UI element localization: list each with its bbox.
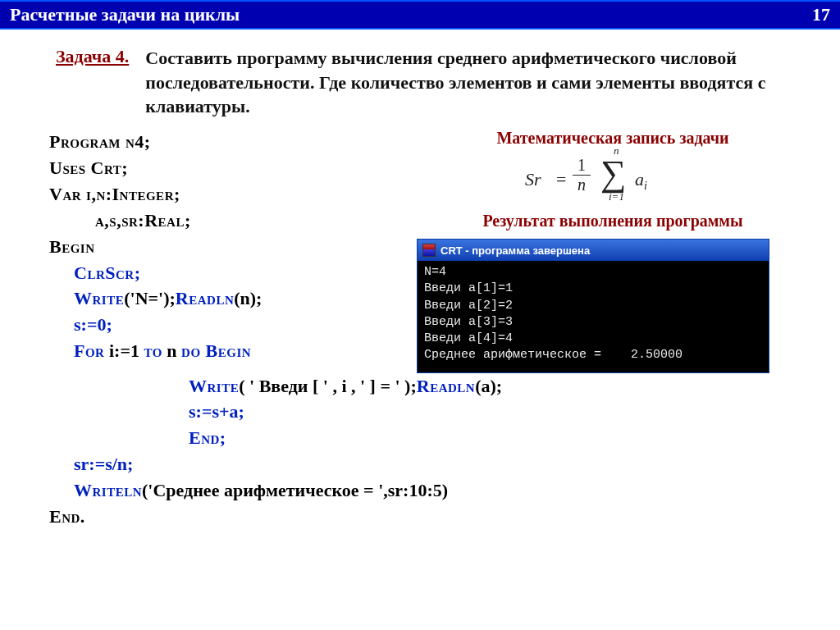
console-titlebar: CRT - программа завершена	[418, 240, 769, 261]
sigma-icon: ∑	[600, 153, 626, 194]
code-line: End;	[49, 425, 815, 451]
code-line: Var i,n:Integer;	[49, 184, 180, 204]
console-title-text: CRT - программа завершена	[441, 244, 590, 257]
code-line: Write('N=');Readln(n);	[49, 285, 410, 312]
code-line: Program n4;	[49, 131, 151, 152]
task-row: Задача 4. Составить программу вычисления…	[49, 46, 815, 119]
formula: Sr = 1 n n ∑ i=1 ai	[410, 149, 815, 207]
code-line: Writeln('Среднее арифметическое = ',sr:1…	[49, 477, 815, 504]
code-line: Write( ' Введи [ ' , i , ' ] = ' );Readl…	[49, 373, 815, 399]
result-label: Результат выполнения программы	[410, 212, 815, 231]
code-line: Begin	[49, 236, 95, 257]
slide-title: Расчетные задачи на циклы	[10, 4, 240, 25]
pascal-code: Program n4; Uses Crt; Var i,n:Integer; a…	[49, 129, 410, 364]
slide-number: 17	[812, 4, 830, 25]
fraction: 1 n	[573, 156, 591, 194]
slide-content: Задача 4. Составить программу вычисления…	[0, 30, 840, 530]
pascal-code-lower: Write( ' Введи [ ' , i , ' ] = ' );Readl…	[49, 373, 815, 530]
math-notation-label: Математическая запись задачи	[410, 129, 815, 148]
console-output: N=4 Введи a[1]=1 Введи a[2]=2 Введи a[3]…	[418, 261, 769, 372]
code-line: End.	[49, 506, 85, 527]
task-description: Составить программу вычисления среднего …	[145, 46, 815, 119]
slide-header: Расчетные задачи на циклы 17	[0, 0, 840, 30]
code-line: a,s,sr:Real;	[49, 208, 410, 234]
app-icon	[422, 244, 436, 257]
code-line: s:=s+a;	[49, 399, 815, 425]
code-line: s:=0;	[49, 312, 410, 338]
code-line: Uses Crt;	[49, 158, 128, 178]
console-window: CRT - программа завершена N=4 Введи a[1]…	[417, 239, 769, 373]
task-label: Задача 4.	[56, 46, 129, 119]
code-line: sr:=s/n;	[49, 451, 815, 477]
code-line: For i:=1 to n do Begin	[49, 338, 410, 364]
code-line: ClrScr;	[49, 260, 410, 286]
